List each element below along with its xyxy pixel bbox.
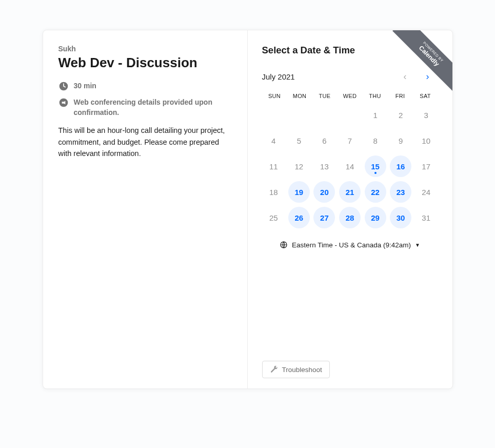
- date-disabled: 7: [339, 130, 361, 151]
- dow-label: TUE: [312, 93, 338, 99]
- date-available[interactable]: 19: [288, 181, 310, 203]
- chevron-left-icon: ‹: [404, 71, 407, 82]
- date-disabled: 13: [313, 155, 335, 177]
- date-available[interactable]: 26: [288, 207, 310, 228]
- event-details-panel: Sukh Web Dev - Discussion 30 min Web con…: [43, 30, 248, 388]
- date-disabled: 17: [415, 155, 437, 177]
- timezone-label: Eastern Time - US & Canada (9:42am): [292, 241, 411, 249]
- date-disabled: 14: [339, 155, 361, 177]
- day-of-week-header: SUNMONTUEWEDTHUFRISAT: [262, 93, 438, 99]
- month-nav: July 2021 ‹ ›: [262, 69, 438, 84]
- date-disabled: 3: [415, 104, 437, 126]
- dow-label: THU: [363, 93, 388, 99]
- date-disabled: 24: [415, 181, 437, 203]
- troubleshoot-button[interactable]: Troubleshoot: [262, 361, 330, 378]
- date-available[interactable]: 21: [339, 181, 361, 203]
- date-disabled: 25: [263, 207, 284, 228]
- date-disabled: 9: [390, 130, 411, 151]
- dow-label: MON: [287, 93, 312, 99]
- caret-down-icon: ▼: [415, 242, 420, 248]
- globe-icon: [280, 241, 288, 249]
- dates-grid: 1234567891011121314151617181920212223242…: [262, 104, 438, 228]
- dow-label: SAT: [413, 93, 438, 99]
- date-disabled: 5: [288, 130, 310, 151]
- date-disabled: 4: [263, 130, 284, 151]
- video-icon: [58, 98, 69, 108]
- dow-label: WED: [338, 93, 363, 99]
- chevron-right-icon: ›: [426, 71, 429, 82]
- booking-card: Sukh Web Dev - Discussion 30 min Web con…: [43, 30, 453, 389]
- date-available[interactable]: 22: [365, 181, 386, 203]
- date-available[interactable]: 29: [365, 207, 386, 228]
- date-disabled: 11: [263, 155, 284, 177]
- date-disabled: 31: [415, 207, 437, 228]
- date-disabled: 1: [365, 104, 386, 126]
- date-disabled: 6: [313, 130, 335, 151]
- dow-label: SUN: [262, 93, 287, 99]
- event-title: Web Dev - Discussion: [58, 55, 232, 71]
- host-name: Sukh: [58, 45, 232, 53]
- month-nav-arrows: ‹ ›: [398, 69, 438, 84]
- date-available[interactable]: 28: [339, 207, 361, 228]
- conference-row: Web conferencing details provided upon c…: [58, 98, 232, 118]
- duration-label: 30 min: [74, 81, 96, 91]
- duration-row: 30 min: [58, 81, 232, 91]
- wrench-icon: [270, 365, 278, 374]
- date-available[interactable]: 20: [313, 181, 335, 203]
- date-available[interactable]: 27: [313, 207, 335, 228]
- date-disabled: 8: [365, 130, 386, 151]
- date-available[interactable]: 30: [390, 207, 411, 228]
- date-available[interactable]: 15: [365, 155, 386, 177]
- clock-icon: [58, 81, 69, 91]
- prev-month-button[interactable]: ‹: [398, 69, 412, 84]
- date-available[interactable]: 23: [390, 181, 411, 203]
- date-available[interactable]: 16: [390, 155, 411, 177]
- dow-label: FRI: [388, 93, 413, 99]
- event-description: This will be an hour-long call detailing…: [58, 125, 232, 159]
- date-disabled: 12: [288, 155, 310, 177]
- troubleshoot-label: Troubleshoot: [282, 366, 322, 374]
- calendar-panel: Select a Date & Time July 2021 ‹ › SUNMO…: [248, 30, 452, 388]
- date-disabled: 18: [263, 181, 284, 203]
- month-label: July 2021: [262, 72, 295, 81]
- date-disabled: 10: [415, 130, 437, 151]
- timezone-selector[interactable]: Eastern Time - US & Canada (9:42am) ▼: [262, 241, 438, 249]
- date-disabled: 2: [390, 104, 411, 126]
- conference-label: Web conferencing details provided upon c…: [74, 98, 232, 118]
